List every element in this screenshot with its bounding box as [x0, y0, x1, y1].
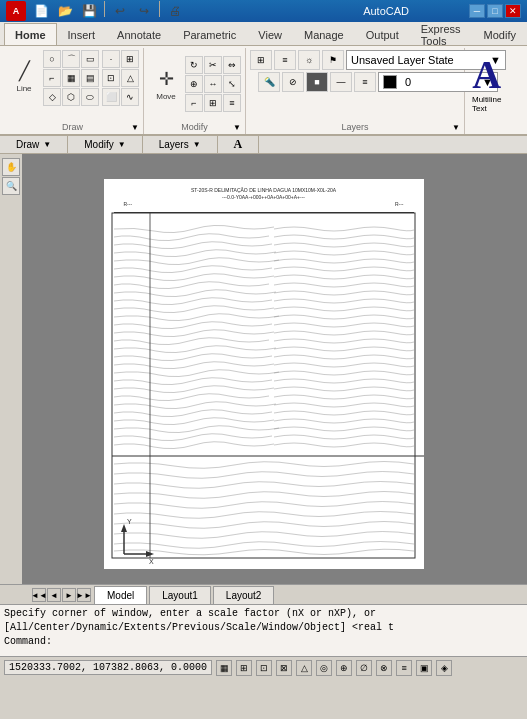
move-btn[interactable]: ✛ Move	[148, 58, 184, 110]
construct-btn[interactable]: ◇	[43, 88, 61, 106]
snap-btn[interactable]: ▦	[216, 660, 232, 676]
region-btn[interactable]: ⬜	[102, 88, 120, 106]
tab-layout2[interactable]: Layout2	[213, 586, 275, 604]
svg-rect-0	[112, 213, 415, 558]
rotate-btn[interactable]: ↻	[185, 56, 203, 74]
dyn-btn[interactable]: ∅	[356, 660, 372, 676]
array-btn[interactable]: ⊞	[204, 94, 222, 112]
ribbon-tabs: Home Insert Annotate Parametric View Man…	[0, 22, 527, 46]
section-layers-arrow: ▼	[193, 140, 201, 149]
section-layers-label: Layers	[159, 139, 189, 150]
osnap-btn[interactable]: △	[296, 660, 312, 676]
section-draw[interactable]: Draw ▼	[0, 136, 68, 153]
gradient-btn[interactable]: ▤	[81, 69, 99, 87]
drawing-area[interactable]: ST-20S-R DELIMITAÇÃO DE LINHA DAGUA 10MX…	[0, 154, 527, 584]
tab-modify[interactable]: Modify	[473, 23, 527, 45]
copy-btn[interactable]: ⊕	[185, 75, 203, 93]
tab-output[interactable]: Output	[355, 23, 410, 45]
rect-btn[interactable]: ▭	[81, 50, 99, 68]
stretch-btn[interactable]: ↔	[204, 75, 222, 93]
tab-view[interactable]: View	[247, 23, 293, 45]
save-btn[interactable]: 💾	[78, 1, 100, 21]
tab-insert[interactable]: Insert	[57, 23, 107, 45]
block-btn[interactable]: ⊞	[121, 50, 139, 68]
ribbon-panel: ╱ Line ○ ⌒ ▭ ⌐ ▦ ▤ ◇ ⬡ ⬭	[0, 46, 527, 136]
tab-home[interactable]: Home	[4, 23, 57, 45]
tab-annotate[interactable]: Annotate	[106, 23, 172, 45]
polygon-btn[interactable]: ⬡	[62, 88, 80, 106]
undo-btn[interactable]: ↩	[109, 1, 131, 21]
revision-btn[interactable]: △	[121, 69, 139, 87]
circle-btn[interactable]: ○	[43, 50, 61, 68]
arc-btn[interactable]: ⌒	[62, 50, 80, 68]
modify-expand-arrow[interactable]: ▼	[233, 123, 241, 132]
section-layers[interactable]: Layers ▼	[143, 136, 218, 153]
otrack-btn[interactable]: ◎	[316, 660, 332, 676]
scale-btn[interactable]: ⤡	[223, 75, 241, 93]
left-toolbar: ✋ 🔍	[0, 154, 22, 584]
multiline-text-btn[interactable]: A MultilineText	[469, 52, 504, 116]
qp-btn[interactable]: ≡	[396, 660, 412, 676]
grid-btn[interactable]: ⊞	[236, 660, 252, 676]
point-btn[interactable]: ·	[102, 50, 120, 68]
layer-lock-btn[interactable]: ⚑	[322, 50, 344, 70]
minimize-btn[interactable]: ─	[469, 4, 485, 18]
layer-isolate-btn[interactable]: ⊘	[282, 72, 304, 92]
layout-nav-last[interactable]: ►►	[77, 588, 91, 602]
redo-btn[interactable]: ↪	[133, 1, 155, 21]
tab-model[interactable]: Model	[94, 586, 147, 604]
layers-dropdown-value: Unsaved Layer State	[351, 54, 454, 66]
section-draw-label: Draw	[16, 139, 39, 150]
tab-express-tools[interactable]: Express Tools	[410, 23, 473, 45]
layout-nav-next[interactable]: ►	[62, 588, 76, 602]
mirror-btn[interactable]: ⇔	[223, 56, 241, 74]
ellipse-btn[interactable]: ⬭	[81, 88, 99, 106]
layout-nav-first[interactable]: ◄◄	[32, 588, 46, 602]
layer-linetype-btn[interactable]: —	[330, 72, 352, 92]
ribbon-group-modify: ✛ Move ↻ ✂ ⇔ ⊕ ↔ ⤡ ⌐ ⊞ ≡	[144, 48, 246, 134]
tab-manage[interactable]: Manage	[293, 23, 355, 45]
pan-btn[interactable]: ✋	[2, 158, 20, 176]
draw-group-label: Draw	[2, 122, 143, 132]
offset-btn[interactable]: ≡	[223, 94, 241, 112]
layer-color-btn[interactable]: ■	[306, 72, 328, 92]
ortho-btn[interactable]: ⊡	[256, 660, 272, 676]
zoom-btn[interactable]: 🔍	[2, 177, 20, 195]
wipeout-btn[interactable]: ⊡	[102, 69, 120, 87]
fillet-btn[interactable]: ⌐	[185, 94, 203, 112]
layer-off-btn[interactable]: 🔦	[258, 72, 280, 92]
section-modify[interactable]: Modify ▼	[68, 136, 142, 153]
tab-parametric[interactable]: Parametric	[172, 23, 247, 45]
section-annotation[interactable]: A	[218, 136, 260, 153]
layer-properties-btn[interactable]: ⊞	[250, 50, 272, 70]
drawing-canvas: ST-20S-R DELIMITAÇÃO DE LINHA DAGUA 10MX…	[104, 179, 424, 569]
sc-btn[interactable]: ▣	[416, 660, 432, 676]
line-btn[interactable]: ╱ Line	[6, 50, 42, 102]
maximize-btn[interactable]: □	[487, 4, 503, 18]
layer-freeze-btn[interactable]: ☼	[298, 50, 320, 70]
layout-nav-prev[interactable]: ◄	[47, 588, 61, 602]
polyline-btn[interactable]: ⌐	[43, 69, 61, 87]
tab-layout1[interactable]: Layout1	[149, 586, 211, 604]
command-prompt[interactable]: Command:	[4, 635, 523, 649]
layers-expand-arrow[interactable]: ▼	[452, 123, 460, 132]
spline-btn[interactable]: ∿	[121, 88, 139, 106]
color-box	[383, 75, 397, 89]
print-btn[interactable]: 🖨	[164, 1, 186, 21]
new-file-btn[interactable]: 📄	[30, 1, 52, 21]
layer-lineweight-btn[interactable]: ≡	[354, 72, 376, 92]
trim-btn[interactable]: ✂	[204, 56, 222, 74]
section-labels-bar: Draw ▼ Modify ▼ Layers ▼ A	[0, 136, 527, 154]
ducs-btn[interactable]: ⊕	[336, 660, 352, 676]
ts-btn[interactable]: ◈	[436, 660, 452, 676]
open-btn[interactable]: 📂	[54, 1, 76, 21]
layer-state-btn[interactable]: ≡	[274, 50, 296, 70]
draw-expand-arrow[interactable]: ▼	[131, 123, 139, 132]
hatch-btn[interactable]: ▦	[62, 69, 80, 87]
multiline-icon: A	[472, 55, 501, 95]
lw-btn[interactable]: ⊗	[376, 660, 392, 676]
command-line1: Specify corner of window, enter a scale …	[4, 607, 523, 621]
polar-btn[interactable]: ⊠	[276, 660, 292, 676]
close-btn[interactable]: ✕	[505, 4, 521, 18]
contour-lines-svg: Y X	[104, 179, 424, 569]
